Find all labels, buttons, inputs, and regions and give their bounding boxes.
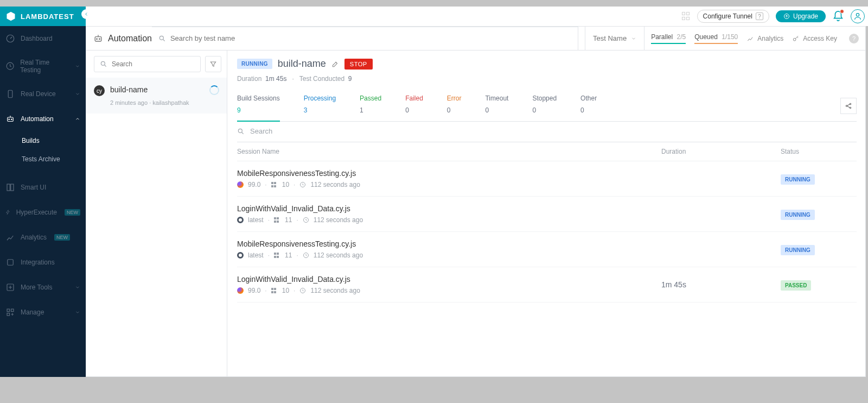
clock-icon	[303, 252, 309, 259]
brand-bar: LAMBDATEST	[0, 7, 86, 26]
table-row[interactable]: MobileResponsivenessTesting.cy.jslatest·…	[237, 232, 857, 267]
windows-icon	[271, 288, 277, 293]
collapse-sidebar-button[interactable]	[81, 9, 91, 19]
header-search-input[interactable]	[170, 34, 571, 42]
nav-realtime[interactable]: Real Time Testing	[0, 51, 86, 81]
chart-icon	[5, 232, 15, 242]
apps-icon[interactable]	[682, 12, 691, 21]
edit-icon[interactable]	[331, 60, 339, 68]
gauge-icon	[5, 34, 15, 43]
nav-builds[interactable]: Builds	[0, 131, 86, 150]
clock-icon	[299, 181, 306, 188]
table-body: MobileResponsivenessTesting.cy.js99.0·10…	[237, 161, 857, 303]
session-name: LoginWithValid_Invalid_Data.cy.js	[237, 204, 661, 213]
builds-search[interactable]	[94, 56, 201, 72]
chromium-icon	[237, 252, 244, 259]
browser-version: latest	[248, 216, 264, 224]
build-card-user: kailashpathak	[152, 99, 189, 106]
tab-sessions[interactable]: Build Sessions9	[237, 90, 280, 122]
svg-rect-14	[7, 313, 10, 316]
nav-smartui[interactable]: Smart UI	[0, 175, 86, 200]
queued-stat[interactable]: Queued 1/150	[694, 33, 738, 44]
nav-tests-archive[interactable]: Tests Archive	[0, 150, 86, 168]
header-search[interactable]	[152, 27, 578, 51]
session-search[interactable]: Search	[237, 122, 857, 142]
table-row[interactable]: LoginWithValid_Invalid_Data.cy.js99.0·10…	[237, 267, 857, 303]
status-chip: RUNNING	[781, 245, 815, 255]
nav-automation-label: Automation	[21, 115, 54, 123]
status-chip: RUNNING	[781, 210, 815, 220]
help-button[interactable]: ?	[849, 34, 859, 43]
chevron-down-icon	[631, 36, 636, 41]
chevron-left-icon	[84, 11, 89, 17]
notifications-button[interactable]	[832, 10, 844, 22]
search-icon	[100, 60, 107, 68]
stop-button[interactable]: STOP	[344, 59, 373, 70]
nav-archive-label: Tests Archive	[22, 155, 60, 163]
clock-icon	[303, 217, 309, 223]
builds-search-input[interactable]	[112, 60, 195, 68]
os-version: 10	[282, 181, 289, 188]
analytics-link[interactable]: Analytics	[746, 35, 783, 42]
parallel-label: Parallel	[651, 33, 673, 41]
nav-dashboard[interactable]: Dashboard	[0, 26, 86, 51]
tab-other[interactable]: Other0	[580, 90, 597, 121]
time-ago: 112 seconds ago	[310, 181, 360, 188]
build-card[interactable]: cy build-name 2 minutes ago · kailashpat…	[86, 78, 227, 114]
table-row[interactable]: MobileResponsivenessTesting.cy.js99.0·10…	[237, 161, 857, 197]
svg-rect-10	[8, 260, 14, 266]
nav-hyper-label: HyperExecute	[16, 209, 57, 216]
access-key-link[interactable]: Access Key	[792, 35, 837, 42]
build-card-name: build-name	[110, 85, 189, 94]
svg-rect-8	[7, 184, 10, 191]
svg-point-22	[850, 103, 851, 104]
browser-version: latest	[248, 251, 264, 259]
device-icon	[5, 89, 15, 99]
testname-dropdown[interactable]: Test Name	[585, 27, 644, 51]
configure-tunnel-button[interactable]: Configure Tunnel ?	[697, 10, 769, 23]
tab-failed[interactable]: Failed0	[405, 90, 423, 121]
nav-realtime-label: Real Time Testing	[20, 59, 69, 74]
session-name: MobileResponsivenessTesting.cy.js	[237, 169, 661, 178]
tab-stopped[interactable]: Stopped0	[532, 90, 557, 121]
status-chip: RUNNING	[781, 174, 815, 185]
nav-automation[interactable]: Automation	[0, 106, 86, 131]
svg-point-24	[238, 129, 242, 133]
nav-more-tools[interactable]: More Tools	[0, 275, 86, 300]
brand-text: LAMBDATEST	[21, 12, 74, 21]
tab-error[interactable]: Error0	[447, 90, 462, 121]
lambdatest-logo-icon	[5, 11, 16, 22]
plug-icon	[5, 257, 15, 267]
nav-integrations-label: Integrations	[21, 259, 55, 266]
queued-label: Queued	[694, 33, 718, 41]
nav-analytics[interactable]: Analytics NEW	[0, 225, 86, 250]
share-button[interactable]	[840, 98, 857, 114]
svg-rect-5	[8, 117, 14, 122]
tab-passed[interactable]: Passed1	[360, 90, 381, 121]
side-nav: Dashboard Real Time Testing Real Device …	[0, 26, 86, 377]
nav-hyperexecute[interactable]: HyperExecute NEW	[0, 200, 86, 225]
builds-sidebar: cy build-name 2 minutes ago · kailashpat…	[86, 51, 227, 376]
access-key-label: Access Key	[803, 35, 837, 42]
os-version: 11	[285, 216, 292, 224]
tab-timeout[interactable]: Timeout0	[485, 90, 508, 121]
layout-icon	[5, 182, 15, 192]
svg-point-19	[794, 38, 796, 41]
table-header: Session Name Duration Status	[237, 142, 857, 161]
filter-button[interactable]	[205, 56, 221, 72]
nav-integrations[interactable]: Integrations	[0, 250, 86, 275]
page-title: Automation	[93, 33, 152, 44]
build-title: build-name	[278, 58, 326, 70]
profile-avatar[interactable]	[851, 9, 865, 23]
robot-icon	[93, 33, 104, 44]
nav-realdevice[interactable]: Real Device	[0, 81, 86, 106]
session-name: MobileResponsivenessTesting.cy.js	[237, 240, 661, 248]
table-row[interactable]: LoginWithValid_Invalid_Data.cy.jslatest·…	[237, 197, 857, 232]
tab-processing[interactable]: Processing3	[304, 90, 336, 121]
upgrade-button[interactable]: Upgrade	[776, 10, 826, 22]
nav-manage[interactable]: Manage	[0, 300, 86, 325]
clock-icon	[5, 61, 15, 71]
upgrade-icon	[783, 13, 790, 20]
parallel-stat[interactable]: Parallel 2/5	[651, 33, 686, 44]
nav-smartui-label: Smart UI	[21, 184, 46, 191]
